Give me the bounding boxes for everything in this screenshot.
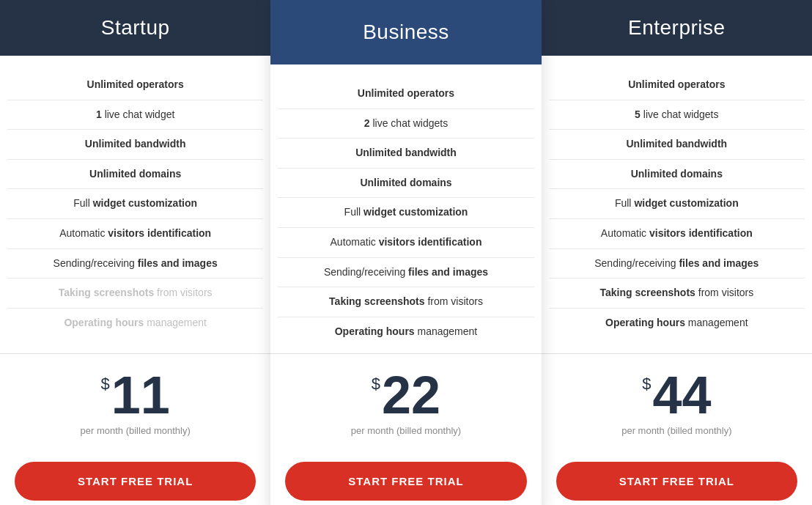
price-number-startup: 11 [111,369,170,421]
feature-item-startup-7: Taking screenshots from visitors [7,279,263,309]
feature-item-enterprise-5: Automatic visitors identification [549,219,805,249]
price-period-startup: per month (billed monthly) [7,425,263,436]
plan-name-startup: Startup [15,16,256,40]
feature-item-startup-0: Unlimited operators [7,70,263,100]
feature-item-enterprise-8: Operating hours management [549,309,805,338]
plan-card-startup: StartupUnlimited operators1 live chat wi… [0,0,270,505]
currency-symbol-business: $ [372,375,380,394]
feature-item-startup-5: Automatic visitors identification [7,219,263,249]
plan-name-enterprise: Enterprise [556,16,797,40]
plan-header-startup: Startup [0,0,270,56]
features-list-business: Unlimited operators2 live chat widgetsUn… [270,64,541,353]
feature-item-enterprise-4: Full widget customization [549,189,805,219]
feature-item-startup-6: Sending/receiving files and images [7,249,263,279]
feature-item-business-6: Sending/receiving files and images [278,258,534,288]
feature-item-enterprise-6: Sending/receiving files and images [549,249,805,279]
feature-item-business-8: Operating hours management [278,317,534,347]
feature-item-enterprise-0: Unlimited operators [549,70,805,100]
feature-item-business-2: Unlimited bandwidth [278,139,534,169]
feature-item-startup-4: Full widget customization [7,189,263,219]
plan-card-business: BusinessUnlimited operators2 live chat w… [270,0,541,505]
features-list-enterprise: Unlimited operators5 live chat widgetsUn… [542,56,812,353]
cta-button-business[interactable]: START FREE TRIAL [285,462,526,501]
feature-item-enterprise-1: 5 live chat widgets [549,100,805,130]
plan-card-enterprise: EnterpriseUnlimited operators5 live chat… [542,0,812,505]
feature-item-startup-8: Operating hours management [7,309,263,338]
price-period-enterprise: per month (billed monthly) [549,425,805,436]
feature-item-startup-1: 1 live chat widget [7,100,263,130]
feature-item-startup-2: Unlimited bandwidth [7,130,263,160]
price-number-business: 22 [382,369,440,421]
plan-header-business: Business [270,0,541,64]
price-display-startup: $11 [7,369,263,421]
plan-header-enterprise: Enterprise [542,0,812,56]
currency-symbol-enterprise: $ [642,375,651,394]
feature-item-enterprise-2: Unlimited bandwidth [549,130,805,160]
price-number-enterprise: 44 [652,369,711,421]
feature-item-startup-3: Unlimited domains [7,160,263,190]
price-period-business: per month (billed monthly) [278,425,534,436]
feature-item-business-5: Automatic visitors identification [278,228,534,258]
pricing-section-startup: $11per month (billed monthly) [0,353,270,454]
plan-name-business: Business [285,21,526,44]
pricing-section-business: $22per month (billed monthly) [270,353,541,454]
cta-button-enterprise[interactable]: START FREE TRIAL [556,462,797,501]
feature-item-business-7: Taking screenshots from visitors [278,287,534,317]
pricing-section-enterprise: $44per month (billed monthly) [542,353,812,454]
currency-symbol-startup: $ [100,375,109,394]
feature-item-business-0: Unlimited operators [278,79,534,109]
price-display-business: $22 [278,369,534,421]
price-display-enterprise: $44 [549,369,805,421]
feature-item-enterprise-7: Taking screenshots from visitors [549,279,805,309]
feature-item-business-4: Full widget customization [278,198,534,228]
feature-item-business-1: 2 live chat widgets [278,109,534,139]
cta-button-startup[interactable]: START FREE TRIAL [15,462,256,501]
features-list-startup: Unlimited operators1 live chat widgetUnl… [0,56,270,353]
feature-item-enterprise-3: Unlimited domains [549,160,805,190]
feature-item-business-3: Unlimited domains [278,169,534,199]
pricing-container: StartupUnlimited operators1 live chat wi… [0,0,812,505]
